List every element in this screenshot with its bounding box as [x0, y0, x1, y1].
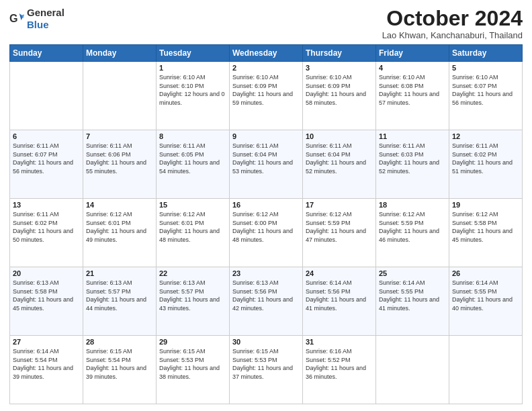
cell-sun-info: Sunrise: 6:13 AMSunset: 5:56 PMDaylight:…	[232, 279, 300, 312]
calendar-cell: 30Sunrise: 6:15 AMSunset: 5:53 PMDayligh…	[230, 336, 303, 404]
title-block: October 2024 Lao Khwan, Kanchanaburi, Th…	[382, 7, 523, 40]
day-number: 30	[232, 338, 300, 346]
cell-sun-info: Sunrise: 6:14 AMSunset: 5:55 PMDaylight:…	[452, 279, 519, 312]
day-number: 9	[232, 132, 300, 140]
cell-sun-info: Sunrise: 6:14 AMSunset: 5:56 PMDaylight:…	[306, 279, 373, 312]
day-number: 16	[232, 201, 300, 209]
day-number: 3	[306, 64, 373, 72]
calendar-cell: 8Sunrise: 6:11 AMSunset: 6:05 PMDaylight…	[157, 130, 230, 199]
cell-sun-info: Sunrise: 6:15 AMSunset: 5:54 PMDaylight:…	[86, 347, 153, 381]
page: G General Blue October 2024 Lao Khwan, K…	[0, 0, 532, 411]
calendar-cell: 6Sunrise: 6:11 AMSunset: 6:07 PMDaylight…	[10, 130, 83, 199]
calendar-table: SundayMondayTuesdayWednesdayThursdayFrid…	[9, 44, 523, 404]
calendar-day-header: Sunday	[10, 45, 83, 62]
calendar-cell: 1Sunrise: 6:10 AMSunset: 6:10 PMDaylight…	[157, 62, 230, 130]
calendar-cell: 28Sunrise: 6:15 AMSunset: 5:54 PMDayligh…	[83, 336, 157, 404]
logo-icon: G	[9, 11, 24, 26]
logo-blue: Blue	[27, 19, 49, 30]
calendar-header-row: SundayMondayTuesdayWednesdayThursdayFrid…	[10, 45, 523, 62]
calendar-cell: 25Sunrise: 6:14 AMSunset: 5:55 PMDayligh…	[376, 267, 449, 336]
page-title: October 2024	[382, 7, 523, 30]
calendar-cell: 29Sunrise: 6:15 AMSunset: 5:53 PMDayligh…	[157, 336, 230, 404]
calendar-day-header: Monday	[83, 45, 157, 62]
calendar-cell	[449, 336, 523, 404]
day-number: 12	[452, 132, 519, 140]
day-number: 14	[86, 201, 153, 209]
calendar-week-row: 13Sunrise: 6:11 AMSunset: 6:02 PMDayligh…	[10, 199, 523, 267]
calendar-cell: 22Sunrise: 6:13 AMSunset: 5:57 PMDayligh…	[157, 267, 230, 336]
cell-sun-info: Sunrise: 6:10 AMSunset: 6:08 PMDaylight:…	[379, 73, 446, 107]
day-number: 23	[232, 269, 300, 277]
cell-sun-info: Sunrise: 6:12 AMSunset: 6:01 PMDaylight:…	[86, 210, 153, 244]
calendar-day-header: Saturday	[449, 45, 523, 62]
day-number: 6	[13, 132, 80, 140]
cell-sun-info: Sunrise: 6:12 AMSunset: 5:59 PMDaylight:…	[306, 210, 373, 244]
cell-sun-info: Sunrise: 6:12 AMSunset: 5:59 PMDaylight:…	[379, 210, 446, 244]
calendar-cell	[376, 336, 449, 404]
cell-sun-info: Sunrise: 6:11 AMSunset: 6:04 PMDaylight:…	[232, 142, 300, 175]
calendar-cell: 12Sunrise: 6:11 AMSunset: 6:02 PMDayligh…	[449, 130, 523, 199]
day-number: 5	[452, 64, 519, 72]
day-number: 28	[86, 338, 153, 346]
calendar-cell: 3Sunrise: 6:10 AMSunset: 6:09 PMDaylight…	[303, 62, 376, 130]
day-number: 1	[159, 64, 226, 72]
day-number: 29	[159, 338, 226, 346]
cell-sun-info: Sunrise: 6:11 AMSunset: 6:05 PMDaylight:…	[159, 142, 226, 175]
day-number: 27	[13, 338, 80, 346]
logo-text: General Blue	[27, 7, 64, 31]
cell-sun-info: Sunrise: 6:11 AMSunset: 6:04 PMDaylight:…	[306, 142, 373, 175]
calendar-cell: 20Sunrise: 6:13 AMSunset: 5:58 PMDayligh…	[10, 267, 83, 336]
logo: G General Blue	[9, 7, 64, 31]
calendar-cell: 11Sunrise: 6:11 AMSunset: 6:03 PMDayligh…	[376, 130, 449, 199]
logo-general: General	[27, 7, 64, 18]
day-number: 13	[13, 201, 80, 209]
calendar-cell: 16Sunrise: 6:12 AMSunset: 6:00 PMDayligh…	[230, 199, 303, 267]
cell-sun-info: Sunrise: 6:10 AMSunset: 6:09 PMDaylight:…	[306, 73, 373, 107]
day-number: 21	[86, 269, 153, 277]
day-number: 18	[379, 201, 446, 209]
day-number: 10	[306, 132, 373, 140]
day-number: 22	[159, 269, 226, 277]
cell-sun-info: Sunrise: 6:15 AMSunset: 5:53 PMDaylight:…	[159, 347, 226, 381]
day-number: 8	[159, 132, 226, 140]
cell-sun-info: Sunrise: 6:11 AMSunset: 6:07 PMDaylight:…	[13, 142, 80, 175]
cell-sun-info: Sunrise: 6:12 AMSunset: 5:58 PMDaylight:…	[452, 210, 519, 244]
cell-sun-info: Sunrise: 6:11 AMSunset: 6:06 PMDaylight:…	[86, 142, 153, 175]
calendar-day-header: Friday	[376, 45, 449, 62]
calendar-day-header: Wednesday	[230, 45, 303, 62]
cell-sun-info: Sunrise: 6:16 AMSunset: 5:52 PMDaylight:…	[306, 347, 373, 381]
calendar-week-row: 27Sunrise: 6:14 AMSunset: 5:54 PMDayligh…	[10, 336, 523, 404]
calendar-cell	[83, 62, 157, 130]
cell-sun-info: Sunrise: 6:12 AMSunset: 6:01 PMDaylight:…	[159, 210, 226, 244]
calendar-cell	[10, 62, 83, 130]
calendar-day-header: Thursday	[303, 45, 376, 62]
calendar-cell: 17Sunrise: 6:12 AMSunset: 5:59 PMDayligh…	[303, 199, 376, 267]
day-number: 17	[306, 201, 373, 209]
calendar-cell: 4Sunrise: 6:10 AMSunset: 6:08 PMDaylight…	[376, 62, 449, 130]
calendar-week-row: 6Sunrise: 6:11 AMSunset: 6:07 PMDaylight…	[10, 130, 523, 199]
cell-sun-info: Sunrise: 6:13 AMSunset: 5:57 PMDaylight:…	[159, 279, 226, 312]
cell-sun-info: Sunrise: 6:15 AMSunset: 5:53 PMDaylight:…	[232, 347, 300, 381]
cell-sun-info: Sunrise: 6:10 AMSunset: 6:07 PMDaylight:…	[452, 73, 519, 107]
calendar-cell: 7Sunrise: 6:11 AMSunset: 6:06 PMDaylight…	[83, 130, 157, 199]
day-number: 25	[379, 269, 446, 277]
calendar-cell: 10Sunrise: 6:11 AMSunset: 6:04 PMDayligh…	[303, 130, 376, 199]
day-number: 2	[232, 64, 300, 72]
cell-sun-info: Sunrise: 6:11 AMSunset: 6:02 PMDaylight:…	[452, 142, 519, 175]
calendar-cell: 5Sunrise: 6:10 AMSunset: 6:07 PMDaylight…	[449, 62, 523, 130]
calendar-week-row: 1Sunrise: 6:10 AMSunset: 6:10 PMDaylight…	[10, 62, 523, 130]
day-number: 26	[452, 269, 519, 277]
day-number: 15	[159, 201, 226, 209]
svg-text:G: G	[9, 12, 18, 24]
calendar-cell: 9Sunrise: 6:11 AMSunset: 6:04 PMDaylight…	[230, 130, 303, 199]
calendar-cell: 15Sunrise: 6:12 AMSunset: 6:01 PMDayligh…	[157, 199, 230, 267]
cell-sun-info: Sunrise: 6:11 AMSunset: 6:03 PMDaylight:…	[379, 142, 446, 175]
day-number: 4	[379, 64, 446, 72]
calendar-cell: 18Sunrise: 6:12 AMSunset: 5:59 PMDayligh…	[376, 199, 449, 267]
day-number: 31	[306, 338, 373, 346]
cell-sun-info: Sunrise: 6:13 AMSunset: 5:57 PMDaylight:…	[86, 279, 153, 312]
calendar-cell: 19Sunrise: 6:12 AMSunset: 5:58 PMDayligh…	[449, 199, 523, 267]
day-number: 24	[306, 269, 373, 277]
calendar-week-row: 20Sunrise: 6:13 AMSunset: 5:58 PMDayligh…	[10, 267, 523, 336]
cell-sun-info: Sunrise: 6:11 AMSunset: 6:02 PMDaylight:…	[13, 210, 80, 244]
